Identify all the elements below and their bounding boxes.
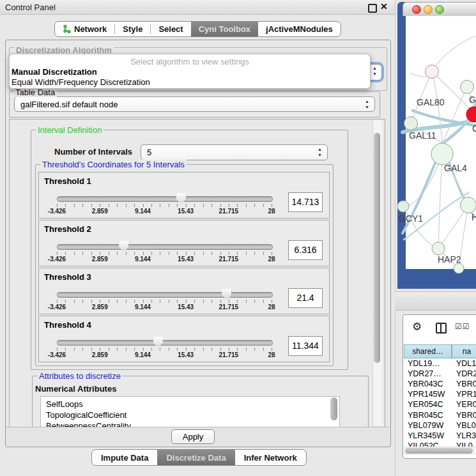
threshold-4-label: Threshold 4 <box>44 320 91 330</box>
tab-network[interactable]: Network <box>55 22 114 36</box>
table-cell[interactable]: YPR145W <box>408 390 445 399</box>
slider-thumb[interactable] <box>153 337 163 348</box>
slider-tick-labels: -3.426 2.859 9.144 15.43 21.715 28 <box>57 303 272 311</box>
dropdown-option-manual[interactable]: Manual Discretization <box>12 67 97 77</box>
table-cell[interactable]: YLR3 <box>456 431 476 440</box>
tab-impute-data[interactable]: Impute Data <box>92 450 157 465</box>
threshold-2-value-field[interactable]: 6.316 <box>288 240 323 260</box>
table-cell[interactable]: YER054C <box>408 400 443 409</box>
table-cell[interactable]: YBL079W <box>408 421 443 430</box>
slider-thumb[interactable] <box>119 241 128 252</box>
list-item[interactable]: TopologicalCoefficient <box>46 410 127 420</box>
network-node <box>426 65 439 79</box>
attributes-group-label: Attributes to discretize <box>37 371 123 381</box>
columns-icon[interactable] <box>436 323 447 334</box>
numerical-attributes-label: Numerical Attributes <box>35 384 116 394</box>
tab-style[interactable]: Style <box>115 22 150 36</box>
table-cell[interactable]: YDL1 <box>456 359 476 368</box>
list-item[interactable]: SelfLoops <box>46 399 83 409</box>
table-cell[interactable]: YDR27… <box>408 369 441 378</box>
slider-thumb[interactable] <box>176 193 186 204</box>
table-cell[interactable]: YPR1 <box>456 390 476 399</box>
table-cell[interactable]: YBR0 <box>456 411 476 420</box>
table-column-header-shared[interactable]: shared… <box>404 344 452 358</box>
list-scrollbar-thumb[interactable] <box>330 397 337 420</box>
table-column-header-name[interactable]: na <box>452 344 476 358</box>
threshold-4-slider[interactable] <box>57 340 273 346</box>
table-cell[interactable]: YBR0 <box>456 380 476 388</box>
slider-ticks <box>57 300 272 303</box>
table-data-label: Table Data <box>13 88 57 97</box>
threshold-1-label: Threshold 1 <box>44 176 91 186</box>
threshold-1-value-field[interactable]: 14.713 <box>288 192 323 212</box>
tab-discretize-data[interactable]: Discretize Data <box>157 450 234 465</box>
node-label: C <box>472 123 476 134</box>
apply-button[interactable]: Apply <box>171 429 215 444</box>
node-label: GAL4 <box>444 163 467 173</box>
minimize-traffic-light-icon[interactable] <box>424 5 433 14</box>
network-node <box>397 201 409 212</box>
tab-jactivemnodules[interactable]: jActiveMNodules <box>258 22 341 36</box>
network-node <box>432 242 445 255</box>
slider-thumb[interactable] <box>222 289 231 300</box>
stepper-icon: ▲▼ <box>317 146 323 158</box>
float-window-icon[interactable] <box>368 4 377 13</box>
vertical-scrollbar-thumb[interactable] <box>374 133 380 363</box>
dropdown-option-equal-width[interactable]: Equal Width/Frequency Discretization <box>12 77 150 87</box>
control-panel-window: Control Panel ✕ Network Style Select Cyn… <box>0 0 395 476</box>
algorithm-dropdown-popup: Select algorithm to view settings Manual… <box>9 54 371 89</box>
network-node <box>431 143 453 165</box>
slider-ticks <box>57 252 272 255</box>
network-node <box>461 81 474 94</box>
close-icon[interactable]: ✕ <box>380 1 388 12</box>
threshold-4-row: Threshold 4 -3.426 2.859 9.144 15.43 21.… <box>38 316 330 362</box>
tab-network-label: Network <box>74 24 107 34</box>
threshold-2-slider[interactable] <box>57 244 273 250</box>
gear-icon[interactable]: ⚙ <box>412 320 422 334</box>
node-label: GAL80 <box>417 97 445 107</box>
tab-infer-network[interactable]: Infer Network <box>235 450 306 465</box>
table-cell[interactable]: YBR045C <box>408 411 443 420</box>
table-cell[interactable]: YDL19… <box>408 359 440 368</box>
threshold-3-row: Threshold 3 -3.426 2.859 9.144 15.43 21.… <box>38 268 330 314</box>
table-panel-header: Table Panel <box>395 291 476 311</box>
table-cell[interactable]: YBL0 <box>456 421 476 430</box>
threshold-1-slider[interactable] <box>57 196 273 202</box>
control-panel-title: Control Panel <box>5 3 56 12</box>
interval-definition-label: Interval Definition <box>36 125 104 135</box>
slider-tick-labels: -3.426 2.859 9.144 15.43 21.715 28 <box>57 208 272 215</box>
slider-ticks <box>57 348 272 351</box>
number-of-intervals-combobox[interactable]: 5 ▲▼ <box>141 144 328 160</box>
tab-select[interactable]: Select <box>151 22 190 36</box>
network-node <box>454 263 464 273</box>
table-data-value: galFiltered.sif default node <box>20 100 118 109</box>
network-canvas[interactable]: GAL80 G C GAL11 GAL4 GCY1 H HAP2 <box>397 16 476 289</box>
node-label: GAL11 <box>409 130 436 141</box>
tab-cyni-toolbox[interactable]: Cyni Toolbox <box>191 22 258 36</box>
table-cell[interactable]: YDR2 <box>456 369 476 378</box>
top-tab-bar: Network Style Select Cyni Toolbox jActiv… <box>54 21 341 37</box>
slider-tick-labels: -3.426 2.859 9.144 15.43 21.715 28 <box>57 256 272 263</box>
threshold-3-value-field[interactable]: 21.4 <box>288 288 323 308</box>
threshold-2-label: Threshold 2 <box>44 224 91 234</box>
node-label: GCY1 <box>399 213 423 224</box>
table-hscrollbar-thumb[interactable] <box>405 448 473 454</box>
table-cell[interactable]: YER0 <box>456 400 476 409</box>
close-traffic-light-icon[interactable] <box>412 5 421 14</box>
zoom-traffic-light-icon[interactable] <box>435 5 444 14</box>
threshold-4-value-field[interactable]: 11.344 <box>288 336 323 356</box>
node-label: G <box>469 95 476 105</box>
table-cell[interactable]: YBR043C <box>408 380 443 388</box>
network-node <box>404 117 418 130</box>
control-panel-titlebar: Control Panel ✕ <box>0 0 395 15</box>
numerical-attributes-list[interactable]: SelfLoops TopologicalCoefficient Between… <box>40 396 340 427</box>
threshold-3-label: Threshold 3 <box>44 272 91 282</box>
thresholds-group-label: Threshold's Coordinates for 5 Intervals <box>40 160 187 169</box>
stepper-icon: ▲▼ <box>372 65 378 77</box>
threshold-3-slider[interactable] <box>57 292 273 298</box>
table-data-combobox[interactable]: galFiltered.sif default node ▲▼ <box>14 96 375 112</box>
select-checkboxes-icon[interactable]: ☑☑ <box>455 322 470 331</box>
stepper-icon: ▲▼ <box>364 98 370 110</box>
table-cell[interactable]: YLR345W <box>408 431 444 440</box>
number-of-intervals-label: Number of Intervals <box>54 147 132 157</box>
